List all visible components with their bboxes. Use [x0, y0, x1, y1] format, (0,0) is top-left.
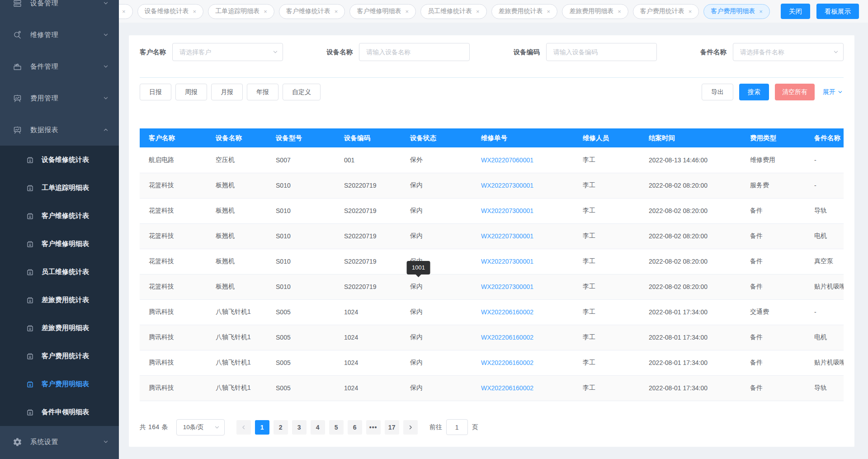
page-button[interactable]: 6 [348, 420, 362, 435]
page-button[interactable]: 1 [255, 420, 269, 435]
sidebar-item-settings[interactable]: 系统设置 [0, 426, 119, 458]
table-cell: WX202207060001 [472, 147, 574, 173]
sidebar-report-item[interactable]: 员工维修统计表 [0, 258, 119, 286]
goto-page-input[interactable] [446, 419, 468, 435]
close-tab-icon[interactable]: × [405, 8, 409, 15]
sidebar-item-label: 备件管理 [30, 62, 103, 71]
close-tab-icon[interactable]: × [759, 8, 763, 15]
sidebar-menu-item[interactable]: 数据报表 [0, 114, 119, 146]
tab[interactable]: 员工维修统计表 × [420, 4, 487, 19]
table-cell: 真空泵 [805, 249, 844, 274]
page-button[interactable]: 4 [311, 420, 325, 435]
sidebar-report-item[interactable]: 客户费用统计表 [0, 342, 119, 370]
table-cell: WX202206160002 [472, 375, 574, 401]
tab[interactable]: 客户费用统计表 × [633, 4, 699, 19]
column-header: 结案时间 [640, 128, 741, 147]
page-button[interactable]: 3 [292, 420, 307, 435]
sidebar-report-item[interactable]: 工单追踪明细表 [0, 174, 119, 202]
close-tab-icon[interactable]: × [547, 8, 551, 15]
device-code-input[interactable] [546, 43, 657, 61]
sidebar-report-item[interactable]: 客户费用明细表 [0, 370, 119, 398]
expand-link[interactable]: 展开 [823, 88, 844, 96]
tab[interactable]: 客户维修明细表 × [349, 4, 416, 19]
sidebar-menu-item[interactable]: 维修管理 [0, 19, 119, 51]
table-cell: S010 [267, 173, 335, 198]
tab[interactable]: 工单追踪明细表 × [208, 4, 274, 19]
close-tab-icon[interactable]: × [618, 8, 621, 15]
tab[interactable]: 客户维修统计表 × [279, 4, 345, 19]
period-button[interactable]: 自定义 [283, 84, 321, 100]
table-cell: S010 [267, 198, 335, 223]
sidebar-report-label: 差旅费用明细表 [42, 324, 89, 332]
search-button[interactable]: 搜索 [739, 84, 769, 100]
close-button[interactable]: 关闭 [781, 4, 810, 19]
sidebar-menu-item[interactable]: 设备管理 [0, 0, 119, 19]
device-name-input[interactable] [359, 43, 470, 61]
next-page-button[interactable] [403, 420, 418, 435]
tab[interactable]: 客户费用明细表 × [703, 4, 770, 19]
chevron-down-icon [103, 439, 109, 445]
period-button[interactable]: 日报 [140, 84, 171, 100]
repair-order-link[interactable]: WX202206160002 [481, 334, 533, 341]
table-cell: 1024 [335, 375, 401, 401]
sidebar-report-item[interactable]: 备件申领明细表 [0, 398, 119, 426]
sidebar-report-item[interactable]: 差旅费用统计表 [0, 286, 119, 314]
part-name-select[interactable] [733, 43, 844, 61]
close-tab-icon[interactable]: × [689, 8, 692, 15]
tab[interactable]: 差旅费用明细表 × [562, 4, 628, 19]
report-icon [26, 184, 34, 192]
table-cell: S005 [267, 325, 335, 350]
close-tab-icon[interactable]: × [476, 8, 480, 15]
tab[interactable]: 用 × [119, 4, 133, 19]
period-button[interactable]: 周报 [175, 84, 207, 100]
repair-order-link[interactable]: WX202207300001 [481, 283, 533, 290]
repair-order-link[interactable]: WX202207300001 [481, 207, 533, 214]
close-tab-icon[interactable]: × [264, 8, 267, 15]
period-button[interactable]: 月报 [211, 84, 243, 100]
repair-order-link[interactable]: WX202206160002 [481, 308, 533, 316]
sidebar-report-item[interactable]: 客户维修明细表 [0, 230, 119, 258]
column-header: 费用类型 [741, 128, 805, 147]
repair-order-link[interactable]: WX202207300001 [481, 182, 533, 189]
period-button[interactable]: 年报 [247, 84, 278, 100]
page-button[interactable]: 17 [385, 420, 399, 435]
table-cell: 2022-08-02 08:20:00 [640, 249, 741, 274]
tab[interactable]: 设备维修统计表 × [137, 4, 204, 19]
sidebar-report-item[interactable]: 设备维修统计表 [0, 146, 119, 174]
page-button[interactable]: 5 [329, 420, 344, 435]
sidebar-menu-item[interactable]: 费用管理 [0, 82, 119, 114]
tab[interactable]: 差旅费用统计表 × [491, 4, 558, 19]
board-display-button[interactable]: 看板展示 [816, 4, 859, 19]
repair-order-link[interactable]: WX202207060001 [481, 156, 533, 164]
toolbox-icon [12, 62, 22, 71]
table-cell: 备件 [741, 274, 805, 299]
close-tab-icon[interactable]: × [193, 8, 197, 15]
report-icon [26, 324, 34, 332]
table-cell: - [805, 147, 844, 173]
page-button[interactable]: 2 [274, 420, 288, 435]
sidebar-report-item[interactable]: 差旅费用明细表 [0, 314, 119, 342]
export-button[interactable]: 导出 [702, 84, 733, 100]
page-ellipsis[interactable]: ••• [366, 420, 381, 435]
table-row: 花篮科技板翘机S010S20220719保内WX202207300001李工20… [140, 198, 844, 223]
table-cell: S007 [267, 147, 335, 173]
table-cell: S20220719 [335, 274, 401, 299]
page-size-select[interactable]: 10条/页 [176, 419, 225, 435]
sidebar-menu-item[interactable]: 备件管理 [0, 51, 119, 82]
table-cell: 腾讯科技 [140, 299, 207, 325]
repair-order-link[interactable]: WX202206160002 [481, 359, 533, 366]
sidebar-item-label: 设备管理 [30, 0, 103, 8]
sidebar-report-item[interactable]: 客户维修统计表 [0, 202, 119, 230]
prev-page-button[interactable] [236, 420, 251, 435]
clear-all-button[interactable]: 清空所有 [775, 84, 815, 100]
close-tab-icon[interactable]: × [335, 8, 338, 15]
repair-order-link[interactable]: WX202207300001 [481, 258, 533, 265]
table-cell: 八轴飞针机1 [207, 375, 267, 401]
report-icon [26, 268, 34, 276]
table-cell: 备件 [741, 198, 805, 223]
customer-select[interactable] [172, 43, 283, 61]
column-header: 设备名称 [207, 128, 267, 147]
repair-order-link[interactable]: WX202206160002 [481, 384, 533, 392]
close-tab-icon[interactable]: × [122, 8, 126, 15]
repair-order-link[interactable]: WX202207300001 [481, 232, 533, 240]
